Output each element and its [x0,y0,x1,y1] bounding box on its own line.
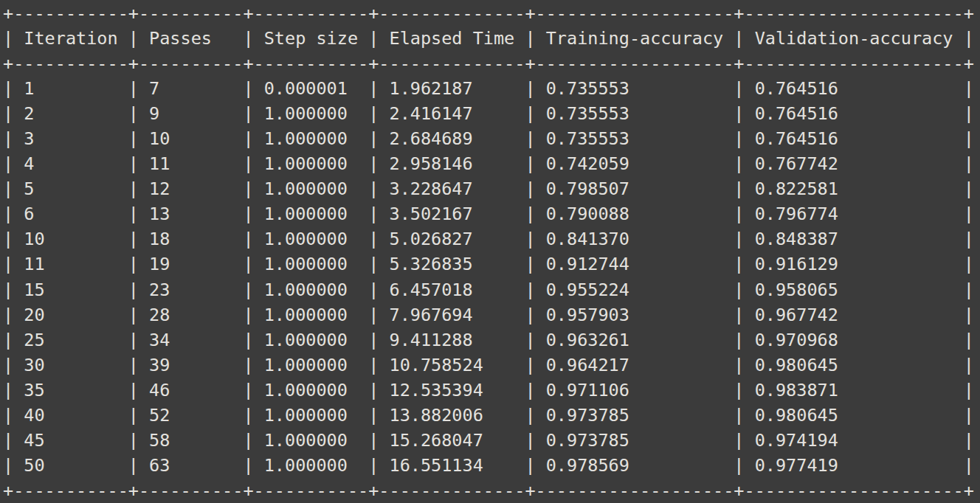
table-row: | 2 | 9 | 1.000000 | 2.416147 | 0.735553… [3,101,980,126]
table-header-row: | Iteration | Passes | Step size | Elaps… [3,26,980,51]
terminal-window: +-----------+----------+-----------+----… [0,0,980,503]
table-row: | 5 | 12 | 1.000000 | 3.228647 | 0.79850… [3,176,980,201]
table-row: | 15 | 23 | 1.000000 | 6.457018 | 0.9552… [3,277,980,302]
table-row: | 11 | 19 | 1.000000 | 5.326835 | 0.9127… [3,252,980,277]
table-row: | 25 | 34 | 1.000000 | 9.411288 | 0.9632… [3,327,980,353]
table-row: | 30 | 39 | 1.000000 | 10.758524 | 0.964… [3,353,980,378]
table-row: | 4 | 11 | 1.000000 | 2.958146 | 0.74205… [3,151,980,176]
table-row: | 1 | 7 | 0.000001 | 1.962187 | 0.735553… [3,76,980,101]
table-border-bottom: +-----------+----------+-----------+----… [3,478,980,503]
table-row: | 10 | 18 | 1.000000 | 5.026827 | 0.8413… [3,226,980,252]
table-row: | 6 | 13 | 1.000000 | 3.502167 | 0.79008… [3,201,980,226]
table-border-top: +-----------+----------+-----------+----… [3,1,980,26]
table-row: | 20 | 28 | 1.000000 | 7.967694 | 0.9579… [3,302,980,327]
table-border-header: +-----------+----------+-----------+----… [3,51,980,76]
table-row: | 40 | 52 | 1.000000 | 13.882006 | 0.973… [3,403,980,428]
training-progress-table: +-----------+----------+-----------+----… [3,1,980,503]
table-row: | 35 | 46 | 1.000000 | 12.535394 | 0.971… [3,378,980,403]
table-row: | 45 | 58 | 1.000000 | 15.268047 | 0.973… [3,428,980,453]
table-row: | 3 | 10 | 1.000000 | 2.684689 | 0.73555… [3,126,980,151]
table-row: | 50 | 63 | 1.000000 | 16.551134 | 0.978… [3,453,980,478]
